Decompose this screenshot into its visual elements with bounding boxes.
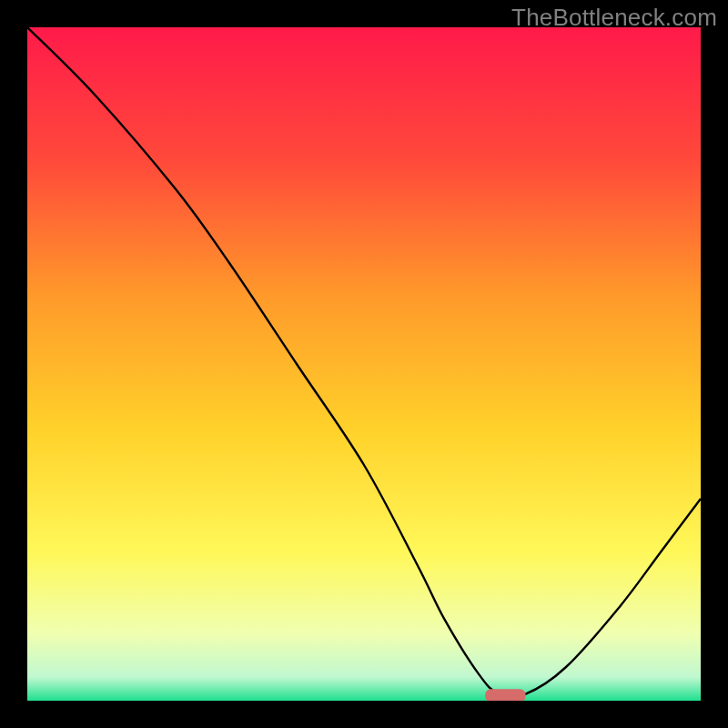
watermark-label: TheBottleneck.com	[511, 4, 717, 32]
plot-background	[27, 27, 701, 701]
chart-frame: TheBottleneck.com	[0, 0, 728, 728]
optimum-marker	[485, 689, 525, 701]
bottleneck-plot	[27, 27, 701, 701]
